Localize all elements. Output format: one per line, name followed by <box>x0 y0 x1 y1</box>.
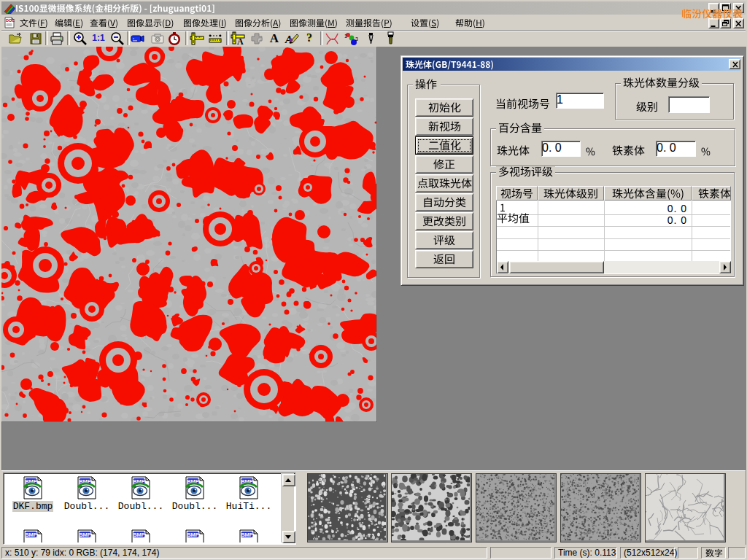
svg-text:BMP: BMP <box>133 532 145 538</box>
svg-text:A: A <box>237 36 244 46</box>
svg-text:BMP: BMP <box>25 532 37 538</box>
svg-text:BMP: BMP <box>79 532 91 538</box>
svg-text:DOC: DOC <box>6 18 15 23</box>
svg-text:3: 3 <box>355 36 358 42</box>
svg-text:BMP: BMP <box>187 532 199 538</box>
svg-text:1: 1 <box>344 34 347 39</box>
svg-text:BMP: BMP <box>241 532 253 538</box>
